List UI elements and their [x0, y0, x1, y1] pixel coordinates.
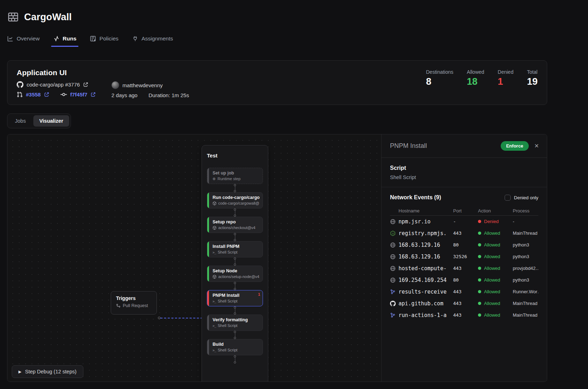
- step-connector: [207, 282, 263, 290]
- repo-row: code-cargo/app #3776: [17, 81, 96, 88]
- step-connector: [207, 306, 263, 315]
- step-connector: [207, 209, 263, 217]
- step-debug-button[interactable]: ▶ Step Debug (12 steps): [12, 365, 83, 378]
- package-icon: [213, 275, 216, 279]
- globe-icon: [390, 254, 396, 260]
- tab-runs[interactable]: Runs: [53, 35, 77, 47]
- script-value: Shell Script: [390, 174, 538, 180]
- activity-icon: [53, 35, 60, 42]
- network-event-row: hosted-compute-443Allowedprovjobd42…: [390, 262, 538, 274]
- network-event-row: run-actions-1-a443AllowedMainThread: [390, 309, 538, 321]
- package-icon: [213, 226, 216, 230]
- commit-icon: [60, 91, 67, 98]
- step-node-run-code-cargo-cargo[interactable]: Run code-cargo/cargo…code-cargo/cargowal…: [207, 192, 263, 209]
- board-icon: [90, 35, 96, 42]
- stat-total: Total 19: [527, 69, 538, 97]
- script-heading: Script: [390, 165, 538, 171]
- trigger-edge: ›: [158, 316, 207, 320]
- user-row: matthewdevenny: [111, 81, 189, 89]
- stat-denied: Denied 1: [498, 69, 513, 97]
- network-icon: [390, 312, 396, 318]
- commit-link[interactable]: f7f45f7: [70, 91, 87, 98]
- step-node-verify-formatting[interactable]: Verify formatting>_Shell Script: [207, 315, 263, 331]
- network-event-row: results-receive443AllowedRunner.Wor…: [390, 286, 538, 298]
- github-icon: [17, 81, 23, 88]
- pull-request-trigger-icon: [116, 304, 121, 308]
- pr-commit-row: #3558 f7f45f7: [17, 91, 96, 98]
- jobs-toggle-button[interactable]: Jobs: [9, 115, 32, 127]
- duration: Duration: 1m 25s: [148, 92, 189, 98]
- network-event-row: 168.63.129.1632526Allowedpython3: [390, 251, 538, 262]
- main-tabs: Overview Runs Policies Assignments: [7, 35, 547, 49]
- play-icon: ▶: [18, 369, 21, 374]
- denied-only-toggle[interactable]: Denied only: [505, 195, 538, 201]
- globe-icon: [390, 242, 396, 248]
- network-table-body: npm.jsr.io-Denied-JSregistry.npmjs.443Al…: [390, 216, 538, 321]
- time-ago: 2 days ago: [111, 92, 137, 98]
- gear-icon: ⚙: [213, 177, 216, 181]
- denied-count-badge: 1: [258, 292, 260, 296]
- repo-name: code-cargo/app #3776: [27, 82, 80, 88]
- network-table-header: Hostname Port Action Process: [390, 206, 538, 216]
- app-title: CargoWall: [24, 12, 72, 23]
- wall-logo-icon: [7, 11, 19, 23]
- step-connector: [207, 355, 263, 363]
- time-row: 2 days ago Duration: 1m 25s: [111, 92, 189, 98]
- globe-icon: [390, 219, 396, 224]
- job-group-title: Test: [207, 152, 263, 159]
- external-link-icon[interactable]: [90, 92, 96, 97]
- panel-title: PNPM Install: [390, 142, 501, 150]
- terminal-icon: >_: [213, 250, 216, 254]
- network-event-row: api.github.com443AllowedMainThread: [390, 298, 538, 309]
- terminal-icon: >_: [213, 324, 216, 328]
- run-title: Application UI: [17, 68, 189, 77]
- step-connector: [207, 331, 263, 339]
- enforce-button[interactable]: Enforce: [501, 141, 528, 151]
- triggers-title: Triggers: [116, 295, 152, 301]
- nodejs-icon: JS: [390, 230, 396, 236]
- run-summary-card: Application UI code-cargo/app #3776 #355…: [7, 60, 547, 105]
- step-connector: [207, 233, 263, 241]
- stat-allowed: Allowed 18: [467, 69, 484, 97]
- step-node-build[interactable]: Build>_Shell Script: [207, 339, 263, 355]
- tab-assignments[interactable]: Assignments: [132, 35, 173, 47]
- avatar: [111, 81, 119, 89]
- globe-icon: [390, 266, 396, 271]
- network-event-row: 168.63.129.1680Allowedpython3: [390, 239, 538, 251]
- run-stats: Destinations 8 Allowed 18 Denied 1 Total…: [426, 68, 538, 97]
- denied-only-checkbox[interactable]: [505, 195, 511, 201]
- triggers-subtitle: Pull Request: [123, 303, 148, 308]
- external-link-icon[interactable]: [83, 82, 88, 87]
- step-node-setup-node[interactable]: Setup Nodeactions/setup-node@v4: [207, 266, 263, 282]
- network-event-row: 169.254.169.25480Allowedpython3: [390, 274, 538, 286]
- step-node-setup-repo[interactable]: Setup repoactions/checkout@v4: [207, 217, 263, 233]
- step-connector: [207, 184, 263, 192]
- tab-policies[interactable]: Policies: [90, 35, 118, 47]
- network-event-row: JSregistry.npmjs.443AllowedMainThread: [390, 227, 538, 239]
- pull-request-icon: [17, 91, 23, 98]
- external-link-icon[interactable]: [44, 92, 49, 97]
- step-connector: [207, 257, 263, 266]
- visualizer-toggle-button[interactable]: Visualizer: [33, 115, 69, 127]
- package-icon: [213, 201, 216, 205]
- tab-overview[interactable]: Overview: [7, 35, 40, 47]
- visualizer-container: Triggers Pull Request › Test Set up job⚙…: [7, 134, 547, 382]
- step-node-pnpm-install[interactable]: PNPM Install>_Shell Script1: [207, 290, 263, 306]
- globe-icon: [390, 277, 396, 283]
- workflow-steps: Set up job⚙Runtime stepRun code-cargo/ca…: [207, 168, 263, 363]
- svg-text:JS: JS: [391, 232, 394, 234]
- pr-link[interactable]: #3558: [26, 91, 41, 98]
- workflow-canvas[interactable]: Triggers Pull Request › Test Set up job⚙…: [7, 134, 381, 382]
- step-node-install-pnpm[interactable]: Install PNPM>_Shell Script: [207, 241, 263, 257]
- step-detail-panel: PNPM Install Enforce ✕ Script Shell Scri…: [381, 134, 547, 382]
- chart-icon: [7, 35, 13, 42]
- close-icon[interactable]: ✕: [534, 143, 539, 149]
- username: matthewdevenny: [122, 82, 163, 88]
- terminal-icon: >_: [213, 299, 216, 303]
- network-event-row: npm.jsr.io-Denied-: [390, 216, 538, 227]
- step-node-set-up-job[interactable]: Set up job⚙Runtime step: [207, 168, 263, 184]
- app-header: CargoWall: [7, 9, 547, 25]
- network-icon: [390, 289, 396, 295]
- triggers-node[interactable]: Triggers Pull Request: [111, 291, 157, 315]
- job-group-test: Test Set up job⚙Runtime stepRun code-car…: [202, 145, 268, 382]
